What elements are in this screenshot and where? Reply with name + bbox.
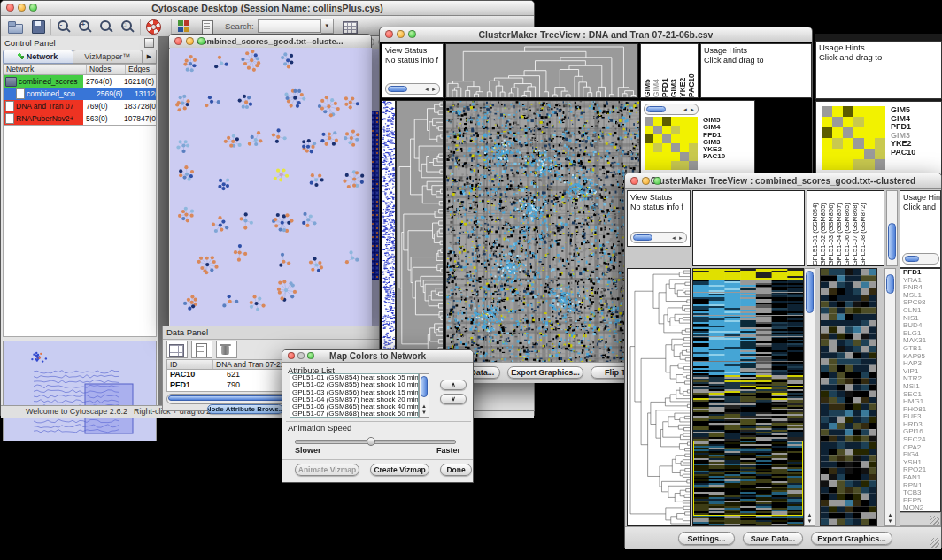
column-label[interactable]: GPL51-08 (GSM872): [859, 191, 867, 265]
delete-attribute-icon[interactable]: [216, 341, 237, 358]
window-controls[interactable]: [6, 4, 37, 12]
column-label[interactable]: GIM4: [652, 44, 660, 97]
network-overview-panel[interactable]: [3, 341, 157, 441]
network-table-row[interactable]: DNA and Tran 07 769(0) 183728(0): [4, 100, 156, 112]
column-label[interactable]: GPL51-07 (GSM868): [851, 191, 859, 265]
column-label[interactable]: GPL51-04 (GSM857): [835, 191, 843, 265]
similarity-matrix-small[interactable]: [645, 117, 698, 170]
slower-label: Slower: [295, 446, 321, 455]
column-dendrogram[interactable]: [445, 43, 638, 98]
close-icon[interactable]: [174, 37, 182, 45]
new-attribute-icon[interactable]: [191, 341, 212, 358]
close-icon[interactable]: [630, 177, 638, 185]
settings-button[interactable]: Settings...: [678, 532, 735, 545]
slider-thumb[interactable]: [367, 437, 375, 446]
minimize-icon[interactable]: [186, 37, 194, 45]
save-data-button[interactable]: Save Data...: [743, 532, 803, 545]
attribute-browser-icon[interactable]: [341, 19, 359, 35]
zoom-window-icon[interactable]: [29, 4, 37, 12]
network-canvas[interactable]: [170, 48, 372, 327]
column-label[interactable]: GPL51-02 (GSM855): [819, 191, 827, 265]
top-vscrollbar[interactable]: [886, 190, 898, 266]
close-icon[interactable]: [288, 352, 295, 359]
column-header-network[interactable]: Network: [4, 65, 87, 74]
gene-list-item[interactable]: MON2: [900, 504, 940, 512]
close-icon[interactable]: [6, 4, 14, 12]
column-label[interactable]: GPL51-06 (GSM865): [843, 191, 851, 265]
dialog-title: Map Colors to Network: [329, 351, 426, 361]
minimize-icon: [297, 352, 305, 359]
scroll-arrows[interactable]: ▲▼: [885, 512, 895, 525]
zoom-selected-icon[interactable]: □: [119, 19, 136, 35]
similarity-matrix-zoom[interactable]: [822, 106, 885, 170]
scroll-arrows[interactable]: ▲▼: [420, 403, 429, 416]
minimize-icon[interactable]: [18, 4, 26, 12]
move-up-button[interactable]: ∧: [440, 380, 467, 390]
dialog-button[interactable]: Animate Vizmap: [295, 464, 359, 476]
view-status-scrollbar[interactable]: ◄►: [630, 232, 687, 243]
attribute-list[interactable]: GPL51-01 (GSM854) heat shock 05 minGPL51…: [290, 373, 419, 418]
column-label[interactable]: PAC10: [687, 44, 696, 97]
zoom-window-icon[interactable]: [197, 37, 205, 45]
column-label[interactable]: PFD1: [660, 44, 669, 97]
export-graphics-button[interactable]: Export Graphics...: [507, 366, 583, 379]
network-table-row[interactable]: RNAPuberNov2+ 563(0) 107847(0): [4, 112, 156, 125]
zoom-fit-icon[interactable]: [97, 19, 115, 35]
save-session-icon[interactable]: [29, 19, 47, 35]
tab-vizmapper[interactable]: VizMapper™: [73, 50, 143, 64]
data-column-id[interactable]: ID: [167, 360, 213, 369]
column-label[interactable]: GPL51-01 (GSM854): [811, 191, 819, 265]
search-dropdown-icon[interactable]: ▼: [321, 19, 334, 34]
column-header-nodes[interactable]: Nodes: [87, 65, 126, 74]
help-icon[interactable]: [144, 19, 162, 35]
gene-summary-strip[interactable]: [382, 100, 396, 364]
vizmapper-icon[interactable]: [175, 19, 193, 35]
row-dendrogram[interactable]: [627, 268, 691, 526]
animation-speed-slider[interactable]: [295, 440, 456, 444]
export-graphics-button[interactable]: Export Graphics...: [811, 532, 892, 545]
panel-float-icon[interactable]: [144, 38, 154, 48]
heatmap-vscrollbar[interactable]: ▲▼: [804, 268, 815, 526]
dialog-button[interactable]: Done: [440, 464, 472, 476]
usage-hints-scrollbar[interactable]: [902, 253, 939, 265]
zoom-in-icon[interactable]: +: [76, 19, 94, 35]
resize-grip[interactable]: [930, 538, 939, 548]
main-titlebar[interactable]: Cytoscape Desktop (Session Name: collins…: [1, 1, 534, 16]
zoom-vscrollbar[interactable]: ▲▼: [884, 268, 896, 526]
column-label[interactable]: YKE2: [678, 44, 687, 97]
zoom-window-icon[interactable]: [408, 30, 416, 38]
tab-network[interactable]: Network: [3, 50, 73, 64]
minimize-icon[interactable]: [397, 30, 405, 38]
attribute-item[interactable]: GPL51-07 (GSM868) heat shock 60 min: [290, 410, 418, 418]
table-mode-icon[interactable]: [166, 341, 188, 358]
zoom-window-icon[interactable]: [653, 177, 661, 185]
column-label[interactable]: GPL51-03 (GSM856): [827, 191, 835, 265]
dialog-button[interactable]: Create Vizmap: [370, 464, 429, 476]
scroll-arrows[interactable]: ▲▼: [805, 512, 815, 525]
column-header-edges[interactable]: Edges: [126, 65, 156, 74]
column-label[interactable]: GIM3: [669, 44, 678, 97]
row-dendrogram[interactable]: [396, 100, 444, 362]
matrix-gene-label[interactable]: PAC10: [703, 153, 753, 160]
global-heatmap[interactable]: [692, 268, 804, 526]
move-down-button[interactable]: ∨: [440, 394, 467, 404]
column-dendrogram-area[interactable]: [692, 190, 805, 266]
network-table-row[interactable]: combined_sco 2569(6) 13112(15): [4, 88, 156, 100]
network-table-row[interactable]: combined_scores 2764(0) 16218(0): [4, 75, 156, 88]
search-input[interactable]: [258, 19, 321, 33]
zoom-heatmap[interactable]: [820, 268, 877, 526]
column-label[interactable]: GIM5: [643, 44, 652, 97]
attribute-list-scrollbar[interactable]: ▲▼: [419, 373, 429, 418]
zoom-window-icon[interactable]: [307, 352, 314, 359]
global-heatmap[interactable]: [445, 100, 640, 364]
annotation-icon[interactable]: [198, 19, 216, 35]
tab-overflow-arrow[interactable]: ▶: [143, 50, 157, 64]
zoom-gene-label[interactable]: PAC10: [891, 149, 940, 157]
close-icon[interactable]: [385, 30, 393, 38]
open-session-icon[interactable]: [6, 19, 24, 35]
node-attribute-browser-button[interactable]: Node Attribute Brows...: [207, 404, 283, 414]
zoom-out-icon[interactable]: -: [55, 19, 73, 35]
view-status-scrollbar[interactable]: ◄►: [385, 83, 440, 95]
minimize-icon[interactable]: [642, 177, 650, 185]
matrix-hscrollbar[interactable]: ◄►: [644, 104, 699, 115]
